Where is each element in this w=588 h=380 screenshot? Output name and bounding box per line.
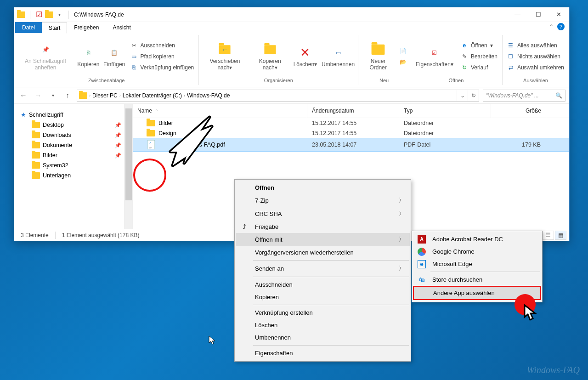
breadcrumb-segment[interactable]: Dieser PC — [92, 92, 118, 99]
table-row[interactable]: Bilder 15.12.2017 14:55 Dateiordner — [133, 118, 569, 128]
sidebar-item-pictures[interactable]: Bilder📌 — [16, 150, 122, 160]
view-large-icon[interactable]: ▦ — [555, 231, 566, 240]
view-details-icon[interactable]: ☰ — [543, 231, 554, 240]
minimize-button[interactable]: ― — [507, 8, 528, 22]
ctx-other-app[interactable]: Andere App auswählen — [414, 287, 540, 299]
easyaccess-button[interactable]: 📂 — [398, 57, 407, 67]
props-icon[interactable]: ☑ — [35, 11, 43, 19]
sort-asc-icon: ⌃ — [155, 109, 158, 113]
sidebar-item-downloads[interactable]: Downloads📌 — [16, 130, 122, 140]
sidebar-item-desktop[interactable]: Desktop📌 — [16, 120, 122, 130]
chevron-right-icon[interactable]: › — [89, 93, 90, 98]
ctx-previous[interactable]: Vorgängerversionen wiederherstellen — [236, 246, 410, 259]
copy-button[interactable]: ⎘Kopieren — [77, 45, 100, 68]
folder-icon — [32, 142, 40, 148]
history-icon: ↻ — [461, 64, 468, 71]
ctx-edge[interactable]: eMicrosoft Edge — [413, 258, 541, 270]
selall-button[interactable]: ☰Alles auswählen — [505, 41, 566, 50]
sidebar-item-documents2[interactable]: Unterlagen — [16, 170, 122, 181]
ctx-props[interactable]: Eigenschaften — [236, 347, 410, 359]
ctx-7zip[interactable]: 7-Zip〉 — [236, 194, 410, 207]
ribbon-tabs: Datei Start Freigeben Ansicht ⌃ ? — [14, 22, 569, 33]
breadcrumb-folder-icon — [79, 92, 87, 99]
ctx-store[interactable]: 🛍Store durchsuchen — [413, 273, 541, 286]
newfolder-button[interactable]: Neuer Ordner — [361, 41, 395, 72]
ctx-delete[interactable]: Löschen — [236, 319, 410, 331]
moveto-button[interactable]: ←Verschieben nach▾ — [202, 41, 248, 72]
rename-button[interactable]: ▭Umbenennen — [321, 45, 356, 68]
breadcrumb-segment[interactable]: Windows-FAQ.de — [187, 92, 230, 99]
window-title: C:\Windows-FAQ.de — [71, 11, 507, 18]
breadcrumb-segment[interactable]: Lokaler Datenträger (C:) — [123, 92, 182, 99]
star-icon: ★ — [21, 111, 26, 118]
ctx-chrome[interactable]: Google Chrome — [413, 245, 541, 258]
ctx-link[interactable]: Verknüpfung erstellen — [236, 306, 410, 319]
search-input[interactable]: "Windows-FAQ.de" ... 🔍 — [483, 90, 565, 102]
help-icon[interactable]: ? — [557, 23, 565, 30]
breadcrumb[interactable]: › Dieser PC › Lokaler Datenträger (C:) ›… — [77, 90, 479, 102]
table-row[interactable]: Design 15.12.2017 14:55 Dateiordner — [133, 128, 569, 138]
edit-button[interactable]: ✎Bearbeiten — [459, 52, 499, 61]
chevron-right-icon[interactable]: › — [119, 93, 121, 98]
ctx-openwith[interactable]: Öffnen mit〉 — [236, 233, 410, 246]
breadcrumb-dropdown-icon[interactable]: ⌄ — [457, 90, 468, 101]
chevron-right-icon: 〉 — [399, 210, 404, 218]
close-button[interactable]: ✕ — [548, 8, 569, 22]
pin-button[interactable]: 📌An Schnellzugriff anheften — [17, 41, 74, 72]
header-name[interactable]: Name⌃ — [133, 104, 307, 118]
copyto-icon — [263, 42, 277, 57]
folder-icon — [147, 120, 155, 126]
selinv-button[interactable]: ⇄Auswahl umkehren — [505, 63, 566, 72]
ctx-rename[interactable]: Umbenennen — [236, 331, 410, 344]
sidebar-item-documents[interactable]: Dokumente📌 — [16, 140, 122, 150]
ctx-adobe[interactable]: AAdobe Acrobat Reader DC — [413, 233, 541, 245]
folder-icon — [32, 132, 40, 138]
folder-icon[interactable] — [45, 11, 53, 19]
nav-fwd-button[interactable]: → — [33, 90, 44, 101]
ctx-open[interactable]: Öffnen — [236, 181, 410, 194]
chevron-right-icon: 〉 — [399, 197, 404, 204]
selnone-icon: ☐ — [507, 53, 514, 60]
header-size[interactable]: Größe — [491, 104, 546, 118]
ctx-cut[interactable]: Ausschneiden — [236, 278, 410, 291]
ctx-crc[interactable]: CRC SHA〉 — [236, 207, 410, 221]
ribbon: 📌An Schnellzugriff anheften ⎘Kopieren 📋E… — [14, 33, 569, 87]
link-icon: ⎘ — [130, 64, 138, 71]
open-button[interactable]: eÖffnen▾ — [459, 41, 499, 50]
pastelink-button[interactable]: ⎘Verknüpfung einfügen — [129, 63, 196, 72]
refresh-icon[interactable]: ↻ — [468, 90, 479, 101]
ctx-sendto[interactable]: Senden an〉 — [236, 262, 410, 275]
header-type[interactable]: Typ — [399, 104, 491, 118]
collapse-ribbon-icon[interactable]: ⌃ — [549, 23, 554, 30]
ctx-copy[interactable]: Kopieren — [236, 291, 410, 303]
maximize-button[interactable]: ☐ — [528, 8, 548, 22]
cut-button[interactable]: ✂Ausschneiden — [129, 41, 196, 50]
tab-start[interactable]: Start — [42, 23, 67, 34]
header-date[interactable]: Änderungsdatum — [307, 104, 399, 118]
nav-history-button[interactable]: ▾ — [47, 90, 58, 101]
chevron-right-icon[interactable]: › — [184, 93, 185, 98]
history-button[interactable]: ↻Verlauf — [459, 63, 499, 72]
explorer-icon — [17, 11, 25, 19]
nav-up-button[interactable]: ↑ — [62, 90, 73, 101]
selnone-button[interactable]: ☐Nichts auswählen — [505, 52, 566, 61]
copypath-button[interactable]: ▭Pfad kopieren — [129, 52, 196, 61]
ctx-share[interactable]: ⤴Freigabe — [236, 221, 410, 233]
status-count: 3 Elemente — [21, 232, 49, 238]
scrollbar[interactable] — [124, 104, 133, 229]
paste-button[interactable]: 📋Einfügen — [103, 45, 126, 68]
props-button[interactable]: ☑Eigenschaften▾ — [413, 45, 456, 68]
sidebar-quickaccess[interactable]: ★Schnellzugriff — [16, 109, 122, 120]
tab-freigeben[interactable]: Freigeben — [67, 22, 106, 33]
table-row[interactable]: Windows-FAQ.pdf 23.05.2018 14:07 PDF-Dat… — [133, 138, 569, 151]
tab-datei[interactable]: Datei — [15, 22, 42, 33]
sidebar-item-system32[interactable]: System32 — [16, 160, 122, 170]
newitem-button[interactable]: 📄 — [398, 46, 407, 56]
list-header: Name⌃ Änderungsdatum Typ Größe — [133, 104, 569, 118]
copyto-button[interactable]: Kopieren nach▾ — [251, 41, 290, 72]
tab-ansicht[interactable]: Ansicht — [106, 22, 137, 33]
nav-back-button[interactable]: ← — [18, 90, 29, 101]
search-icon: 🔍 — [555, 92, 562, 99]
delete-button[interactable]: ✕Löschen▾ — [292, 45, 318, 68]
qa-dropdown-icon[interactable]: ▾ — [55, 11, 63, 19]
